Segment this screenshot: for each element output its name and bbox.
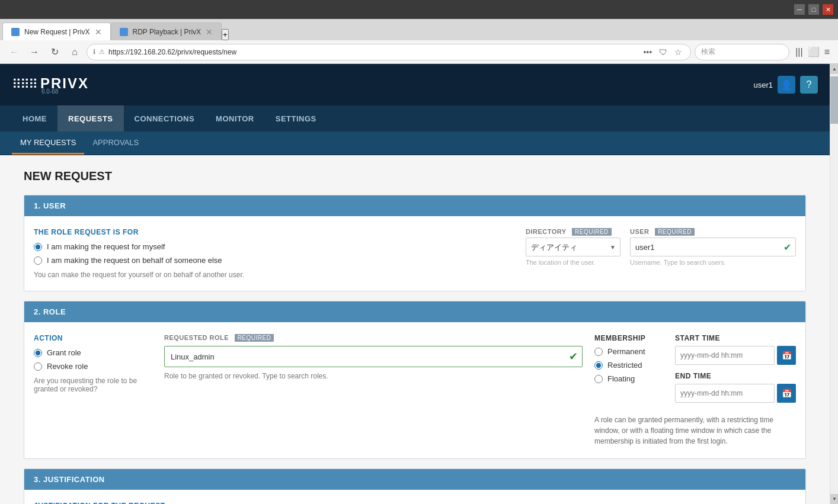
user-check-icon: ✔ bbox=[783, 242, 791, 253]
star-button[interactable]: ☆ bbox=[672, 46, 685, 58]
more-button[interactable]: ••• bbox=[641, 46, 654, 58]
tab-new-request[interactable]: New Request | PrivX ✕ bbox=[2, 23, 111, 40]
directory-select[interactable]: ディアイティ bbox=[526, 237, 620, 256]
membership-left: MEMBERSHIP Permanent bbox=[594, 334, 663, 410]
role-required-badge: REQUIRED bbox=[235, 334, 274, 342]
user-icon-btn[interactable]: 👤 bbox=[778, 76, 795, 94]
new-tab-button[interactable]: + bbox=[222, 29, 229, 40]
minimize-button[interactable]: ─ bbox=[794, 4, 805, 15]
address-box[interactable]: ℹ ⚠ https://192.168.20.62/privx/requests… bbox=[87, 44, 691, 60]
radio-permanent[interactable]: Permanent bbox=[594, 347, 663, 356]
back-button[interactable]: ← bbox=[6, 44, 23, 60]
nav-monitor[interactable]: MONITOR bbox=[205, 105, 265, 131]
action-help-text: Are you requesting the role to be grante… bbox=[34, 377, 152, 393]
warning-icon: ⚠ bbox=[99, 48, 105, 56]
radio-restricted[interactable]: Restricted bbox=[594, 361, 663, 370]
radio-group-membership: Permanent Restricted bbox=[594, 347, 663, 383]
page-content: ⠿⠿⠿ PRIVX 6.0-68 user1 👤 ? HOME bbox=[0, 64, 830, 504]
radio-permanent-input[interactable] bbox=[594, 348, 603, 356]
end-time-wrapper: 📅 bbox=[675, 384, 796, 403]
subnav-approvals[interactable]: APPROVALS bbox=[84, 131, 147, 155]
tab-close-1[interactable]: ✕ bbox=[95, 27, 102, 37]
radio-behalf-input[interactable] bbox=[34, 256, 42, 265]
address-actions: ••• 🛡 ☆ bbox=[641, 46, 685, 58]
role-request-col: THE ROLE REQUEST IS FOR I am making the … bbox=[34, 228, 514, 279]
lock-icon: ℹ bbox=[93, 48, 95, 56]
radio-myself-input[interactable] bbox=[34, 243, 42, 251]
scroll-down-btn[interactable]: ▼ bbox=[830, 494, 838, 504]
home-button[interactable]: ⌂ bbox=[66, 44, 83, 60]
main-content: NEW REQUEST 1. USER THE ROLE REQUEST IS … bbox=[0, 155, 830, 504]
nav-requests[interactable]: REQUESTS bbox=[57, 105, 124, 131]
scrollbar-thumb[interactable] bbox=[830, 76, 838, 124]
start-time-calendar-btn[interactable]: 📅 bbox=[777, 346, 796, 365]
radio-group-request: I am making the request for myself I am … bbox=[34, 242, 514, 265]
radio-revoke-input[interactable] bbox=[34, 362, 42, 371]
directory-required-badge: REQUIRED bbox=[572, 228, 612, 236]
role-check-icon: ✔ bbox=[569, 350, 578, 363]
justification-section-body: JUSTIFICATION FOR THE REQUEST Give a det… bbox=[24, 490, 805, 504]
radio-grant-input[interactable] bbox=[34, 349, 42, 357]
role-section-header: 2. ROLE bbox=[24, 301, 805, 322]
end-time-input[interactable] bbox=[675, 384, 775, 403]
radio-restricted-input[interactable] bbox=[594, 361, 603, 370]
subnav-my-requests[interactable]: MY REQUESTS bbox=[12, 131, 84, 155]
radio-group-action: Grant role Revoke role bbox=[34, 348, 152, 371]
radio-grant[interactable]: Grant role bbox=[34, 348, 152, 357]
role-input[interactable] bbox=[164, 346, 583, 367]
tab-favicon-1 bbox=[11, 28, 20, 36]
user-input-wrapper: ✔ bbox=[630, 237, 796, 256]
radio-myself[interactable]: I am making the request for myself bbox=[34, 242, 514, 251]
user-section-body: THE ROLE REQUEST IS FOR I am making the … bbox=[24, 216, 805, 291]
radio-floating-label: Floating bbox=[607, 374, 635, 383]
tab-rdp-playback[interactable]: RDP Playback | PrivX ✕ bbox=[111, 23, 222, 40]
menu-icon[interactable]: ≡ bbox=[824, 47, 830, 57]
reader-icon[interactable]: ⬜ bbox=[808, 46, 820, 57]
radio-behalf[interactable]: I am making the request on behalf of som… bbox=[34, 256, 514, 265]
radio-revoke-label: Revoke role bbox=[47, 362, 88, 371]
role-hint: Role to be granted or revoked. Type to s… bbox=[164, 372, 583, 380]
radio-floating[interactable]: Floating bbox=[594, 374, 663, 383]
end-time-calendar-btn[interactable]: 📅 bbox=[777, 384, 796, 403]
help-icon-btn[interactable]: ? bbox=[800, 76, 818, 94]
close-button[interactable]: ✕ bbox=[823, 4, 833, 15]
tab-close-2[interactable]: ✕ bbox=[206, 27, 213, 37]
user-section-grid: THE ROLE REQUEST IS FOR I am making the … bbox=[34, 228, 796, 279]
justification-section-header: 3. JUSTIFICATION bbox=[24, 469, 805, 490]
start-time-input[interactable] bbox=[675, 346, 775, 365]
radio-myself-label: I am making the request for myself bbox=[47, 242, 165, 251]
nav-settings[interactable]: SETTINGS bbox=[265, 105, 327, 131]
start-time-label: START TIME bbox=[675, 334, 796, 342]
radio-revoke[interactable]: Revoke role bbox=[34, 362, 152, 371]
maximize-button[interactable]: □ bbox=[808, 4, 819, 15]
justification-label: JUSTIFICATION FOR THE REQUEST bbox=[34, 502, 796, 504]
right-scrollbar[interactable]: ▲ ▼ bbox=[830, 64, 838, 504]
radio-floating-input[interactable] bbox=[594, 375, 603, 383]
browser-addressbar: ← → ↻ ⌂ ℹ ⚠ https://192.168.20.62/privx/… bbox=[0, 40, 838, 64]
user-section: 1. USER THE ROLE REQUEST IS FOR I a bbox=[24, 195, 806, 291]
tab-label-2: RDP Playback | PrivX bbox=[133, 28, 201, 36]
forward-button[interactable]: → bbox=[26, 44, 43, 60]
membership-grid: MEMBERSHIP Permanent bbox=[594, 334, 796, 410]
address-url: https://192.168.20.62/privx/requests/new bbox=[108, 48, 637, 56]
directory-field-group: DIRECTORY REQUIRED ディアイティ bbox=[526, 228, 620, 266]
membership-col: MEMBERSHIP Permanent bbox=[594, 334, 796, 447]
bookmarks-icon[interactable]: ||| bbox=[795, 47, 802, 57]
toolbar-icons: ||| ⬜ ≡ bbox=[793, 46, 832, 57]
user-input[interactable] bbox=[630, 237, 796, 256]
user-field-label: USER REQUIRED bbox=[630, 228, 796, 235]
shield-button[interactable]: 🛡 bbox=[657, 46, 670, 58]
user-required-badge: REQUIRED bbox=[655, 228, 695, 236]
role-section: 2. ROLE ACTION Grant role bbox=[24, 301, 806, 459]
nav-home[interactable]: HOME bbox=[12, 105, 57, 131]
reload-button[interactable]: ↻ bbox=[46, 44, 63, 60]
logo-dots: ⠿⠿⠿ bbox=[12, 77, 37, 92]
browser-tabbar: New Request | PrivX ✕ RDP Playback | Pri… bbox=[0, 19, 838, 40]
search-placeholder: 検索 bbox=[701, 47, 715, 57]
scroll-up-btn[interactable]: ▲ bbox=[830, 64, 838, 74]
radio-grant-label: Grant role bbox=[47, 348, 81, 357]
nav-connections[interactable]: CONNECTIONS bbox=[124, 105, 206, 131]
search-box[interactable]: 検索 bbox=[695, 44, 789, 60]
role-request-label: THE ROLE REQUEST IS FOR bbox=[34, 228, 514, 236]
privx-header: ⠿⠿⠿ PRIVX 6.0-68 user1 👤 ? bbox=[0, 64, 830, 105]
